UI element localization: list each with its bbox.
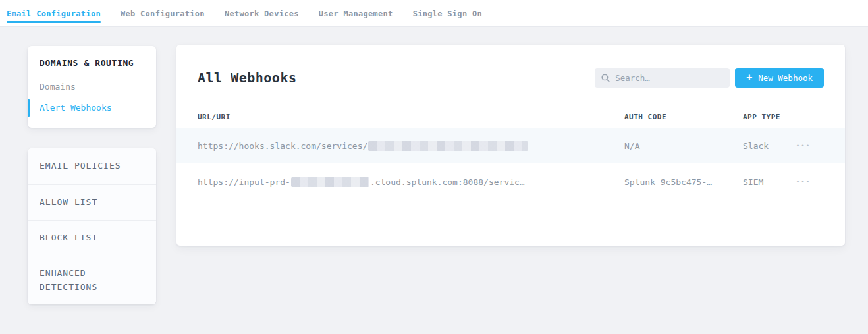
table-header-row: URL/URI AUTH CODE APP TYPE bbox=[176, 107, 845, 129]
table-row: https://hooks.slack.com/services/ N/A Sl… bbox=[176, 128, 845, 163]
webhook-url-cell: https://hooks.slack.com/services/ bbox=[198, 128, 619, 163]
row-actions-cell: ••• bbox=[789, 128, 818, 163]
column-header-auth-code: AUTH CODE bbox=[624, 113, 666, 121]
tab-user-management[interactable]: User Management bbox=[319, 0, 393, 26]
table-row: https://input-prd-.cloud.splunk.com:8088… bbox=[176, 163, 845, 201]
sidebar-item-enhanced-detections[interactable]: ENHANCED DETECTIONS bbox=[28, 256, 156, 304]
search-input[interactable] bbox=[615, 73, 723, 83]
search-box[interactable] bbox=[595, 68, 730, 88]
app-type-cell: Slack bbox=[743, 128, 790, 163]
webhook-url-cell: https://input-prd-.cloud.splunk.com:8088… bbox=[198, 163, 619, 201]
new-webhook-button[interactable]: + New Webhook bbox=[735, 68, 824, 88]
webhook-url-text: https://input-prd- bbox=[198, 177, 290, 187]
page-title: All Webhooks bbox=[198, 70, 595, 86]
webhook-url-text: https://hooks.slack.com/services/ bbox=[198, 141, 367, 151]
all-webhooks-panel: All Webhooks + New Webhook URL/URI AUTH … bbox=[176, 45, 845, 246]
redacted-url-segment bbox=[291, 177, 369, 187]
sidebar-section-header: DOMAINS & ROUTING bbox=[40, 57, 144, 70]
column-header-url-uri: URL/URI bbox=[198, 113, 231, 121]
panel-header: All Webhooks + New Webhook bbox=[198, 68, 824, 88]
new-webhook-button-label: New Webhook bbox=[758, 73, 813, 83]
tab-network-devices[interactable]: Network Devices bbox=[225, 0, 299, 26]
sidebar-domains-routing-card: DOMAINS & ROUTING Domains Alert Webhooks bbox=[28, 46, 156, 128]
column-header-app-type: APP TYPE bbox=[743, 113, 780, 121]
plus-icon: + bbox=[746, 73, 752, 83]
row-actions-cell: ••• bbox=[789, 163, 818, 201]
sidebar-item-domains[interactable]: Domains bbox=[40, 80, 144, 94]
sidebar-item-label: EMAIL POLICIES bbox=[40, 159, 121, 173]
webhook-url-text: .cloud.splunk.com:8088/servic… bbox=[370, 177, 525, 187]
auth-code-cell: N/A bbox=[624, 128, 736, 163]
sidebar-item-alert-webhooks[interactable]: Alert Webhooks bbox=[40, 101, 144, 115]
sidebar-item-allow-list[interactable]: ALLOW LIST bbox=[28, 184, 156, 220]
redacted-url-segment bbox=[368, 141, 528, 151]
sidebar-item-email-policies[interactable]: EMAIL POLICIES bbox=[28, 148, 156, 184]
sidebar-item-label: ALLOW LIST bbox=[40, 196, 97, 209]
tab-email-configuration[interactable]: Email Configuration bbox=[7, 0, 101, 26]
sidebar-item-label: BLOCK LIST bbox=[40, 231, 97, 245]
tab-single-sign-on[interactable]: Single Sign On bbox=[413, 0, 482, 26]
sidebar-item-label: ENHANCED DETECTIONS bbox=[40, 267, 144, 294]
app-type-cell: SIEM bbox=[743, 163, 790, 201]
top-nav: Email Configuration Web Configuration Ne… bbox=[0, 0, 868, 27]
search-icon bbox=[601, 74, 610, 82]
row-menu-button[interactable]: ••• bbox=[795, 139, 812, 153]
row-menu-button[interactable]: ••• bbox=[795, 175, 812, 189]
sidebar-item-block-list[interactable]: BLOCK LIST bbox=[28, 220, 156, 256]
sidebar-sections-card: EMAIL POLICIES ALLOW LIST BLOCK LIST ENH… bbox=[28, 148, 156, 304]
tab-web-configuration[interactable]: Web Configuration bbox=[121, 0, 205, 26]
auth-code-cell: Splunk 9c5bc475-… bbox=[624, 163, 736, 201]
